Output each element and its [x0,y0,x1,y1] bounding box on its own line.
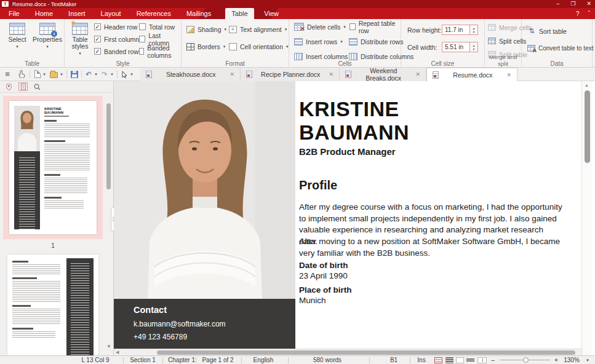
search-icon[interactable] [33,82,42,91]
header-row-checkbox[interactable]: ✓ Header row [94,23,137,31]
cell-width-label: Cell width: [407,44,437,51]
split-cells-button[interactable]: Split cells [488,36,526,46]
view-outline-icon[interactable] [466,357,474,363]
row-height-spinner[interactable]: ▲▼ [470,25,478,35]
row-height-input[interactable]: 11.7 in [442,25,470,35]
new-document-button[interactable] [33,68,42,81]
vertical-scrollbar[interactable]: ▲ [581,81,593,355]
first-column-checkbox[interactable]: ✓ First column [94,35,139,43]
sidebar-scrollbar-thumb[interactable] [106,103,111,189]
page-thumbnail-2[interactable] [7,255,98,355]
tab-table-contextual[interactable]: Table [225,8,254,19]
page-thumbnail-1-selection[interactable]: KRISTINEBAUMANN [3,96,103,239]
zoom-in-button[interactable]: + [553,356,560,364]
menu-layout[interactable]: Layout [101,8,121,19]
menu-insert[interactable]: Insert [68,8,86,19]
borders-button[interactable]: Borders ▾ [186,42,225,51]
chapter-indicator[interactable]: Chapter 1 [165,356,198,364]
object-mode-button[interactable] [120,68,129,81]
close-tab-icon[interactable]: ✕ [506,72,511,78]
maximize-button[interactable]: ❐ [570,0,575,8]
view-page-icon[interactable] [456,357,464,363]
menu-view[interactable]: View [264,8,279,19]
page-thumbnails-icon[interactable] [18,82,28,91]
vertical-scrollbar-thumb[interactable] [585,90,590,163]
view-two-pages-icon[interactable] [477,357,487,363]
repeat-table-row-checkbox[interactable]: Repeat table row [349,23,401,31]
new-document-dropdown[interactable]: ▾ [42,68,47,81]
zoom-out-button[interactable]: – [490,356,496,364]
menu-mailings[interactable]: Mailings [186,8,211,19]
collapse-ribbon-button[interactable]: ˆ [588,10,590,17]
toolbar-separator [66,70,67,78]
document-icon [345,71,351,78]
zoom-presets-icon[interactable]: ▾ [585,356,591,364]
page-thumbnail-1[interactable]: KRISTINEBAUMANN [9,101,97,234]
banded-columns-checkbox[interactable]: Banded columns [139,47,181,55]
scroll-up-icon[interactable]: ▲ [585,83,589,87]
tab-resume-active[interactable]: Resume.docx ✕ [426,68,517,81]
cell-orientation-button[interactable]: Cell orientation ▾ [229,42,289,51]
zoom-slider-thumb[interactable] [523,357,529,363]
zoom-level[interactable]: 130% [561,356,582,364]
language-indicator[interactable]: English [245,356,282,364]
statusbar-separator [369,357,370,363]
view-continuous-icon[interactable] [445,357,453,363]
sidebar-menu-icon[interactable]: ≡ [2,68,12,81]
insert-columns-button[interactable]: Insert columns ▾ [294,52,353,61]
horizontal-scrollbar[interactable]: ◀ [114,349,581,355]
undo-button[interactable]: ↶ [84,68,93,81]
close-tab-icon[interactable]: ✕ [329,71,333,77]
section-indicator[interactable]: Section 1 [126,356,160,364]
distribute-rows-button[interactable]: Distribute rows [349,37,403,46]
menu-references[interactable]: References [137,8,171,19]
open-dropdown[interactable]: ▾ [59,68,64,81]
horizontal-scrollbar-thumb[interactable] [157,350,575,355]
total-row-checkbox[interactable]: Total row [139,23,175,31]
tab-recipe-planner[interactable]: Recipe Planner.docx ✕ [241,68,340,81]
toolbar-overflow-icon[interactable]: ▾ [129,68,134,81]
open-button[interactable] [49,68,58,81]
text-alignment-button[interactable]: ≡ Text alignment ▾ [229,25,287,34]
sort-table-button[interactable]: ⇅ Sort table [527,26,567,36]
cell-width-input[interactable]: 5.51 in [442,42,470,52]
page-indicator[interactable]: Page 1 of 2 [198,356,238,364]
scroll-left-icon[interactable]: ◀ [116,350,119,355]
table-styles-button[interactable]: ★ Table styles ▾ [66,22,94,57]
tab-weekend-breaks[interactable]: Weekend Breaks.docx ✕ [340,68,426,81]
shading-button[interactable]: Shading ▾ [186,25,226,34]
sidebar-scroll-down-icon[interactable]: ▼ [106,344,111,349]
minimize-button[interactable]: – [556,0,559,8]
redo-dropdown[interactable]: ▾ [110,68,114,81]
word-count[interactable]: 580 words [303,356,352,364]
save-floppy-icon [71,71,78,78]
close-button[interactable]: ✕ [586,0,591,8]
cell-reference[interactable]: B1 [380,356,407,364]
close-tab-icon[interactable]: ✕ [230,71,234,77]
document-page[interactable]: Contact k.baumann@softmaker.com +49 123 … [114,81,581,355]
close-tab-icon[interactable]: ✕ [415,71,420,77]
open-folder-icon [50,72,58,78]
insert-rows-button[interactable]: Insert rows ▾ [294,37,343,46]
cursor-position[interactable]: L 13 Col 9 [73,356,118,364]
redo-button[interactable]: ↷ [100,68,109,81]
pointer-icon [122,71,127,78]
convert-table-to-text-button[interactable]: A Convert table to text [527,44,594,53]
navigation-pin-icon[interactable] [4,82,14,91]
last-column-checkbox[interactable]: Last column [139,35,181,43]
menu-home[interactable]: Home [35,8,53,19]
undo-dropdown[interactable]: ▾ [94,68,98,81]
properties-button[interactable]: i Properties ▾ [33,22,62,57]
insert-mode-indicator[interactable]: Ins [413,356,429,364]
tab-steakhouse[interactable]: Steakhouse.docx ✕ [140,68,241,81]
menu-file[interactable]: File [9,8,20,19]
cell-width-spinner[interactable]: ▲▼ [470,42,478,52]
banded-rows-checkbox[interactable]: ✓ Banded rows [94,47,142,55]
touch-mode-icon[interactable] [16,68,27,81]
view-normal-icon[interactable] [434,357,442,363]
save-button[interactable] [70,68,79,81]
delete-cells-button[interactable]: ✕ Delete cells ▾ [294,22,346,31]
help-button[interactable]: ? [576,10,580,17]
select-button[interactable]: Select ▾ [3,22,31,57]
new-document-icon [34,70,41,78]
